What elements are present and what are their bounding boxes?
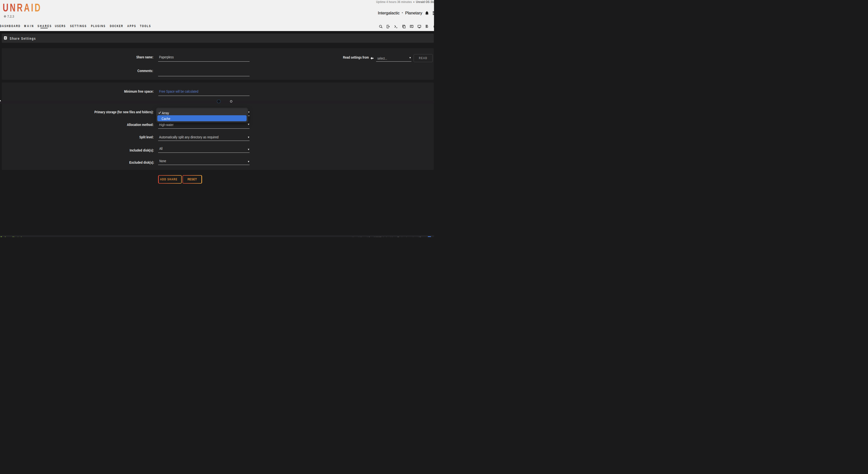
svg-text:UNRAID: UNRAID (3, 3, 42, 13)
